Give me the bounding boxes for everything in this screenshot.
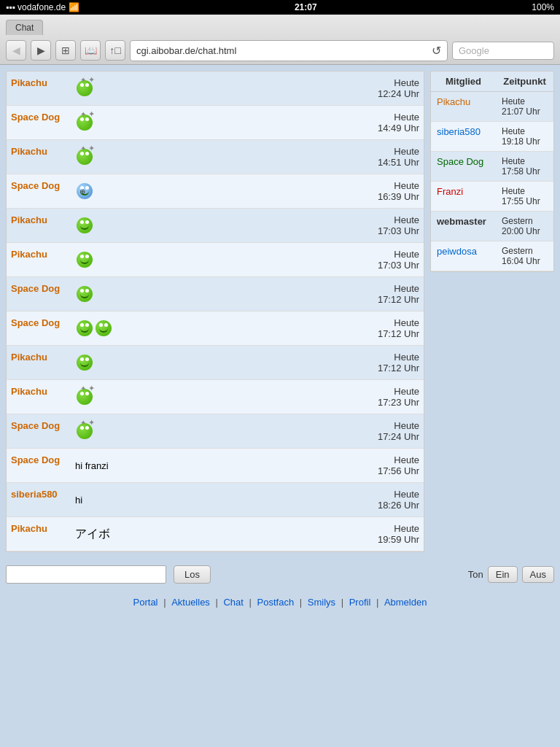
- member-link[interactable]: Pikachu: [437, 96, 470, 107]
- chat-row: Space DogHeute17:12 Uhr: [7, 277, 424, 311]
- ton-label: Ton: [468, 569, 483, 580]
- bookmarks-button[interactable]: 📖: [80, 40, 101, 61]
- chat-user-link[interactable]: Pikachu: [11, 352, 47, 363]
- chat-user-cell: Space Dog: [7, 106, 72, 140]
- member-link[interactable]: siberia580: [437, 126, 481, 137]
- chat-msg-cell: アイボ: [72, 517, 358, 551]
- chat-msg-cell: [72, 311, 358, 346]
- browser-tab[interactable]: Chat: [6, 20, 43, 35]
- members-name-cell: Pikachu: [431, 92, 496, 122]
- smiley-icon: [77, 320, 93, 336]
- smiley-icon: [77, 286, 93, 302]
- chat-user-link[interactable]: siberia580: [11, 489, 58, 500]
- tab-bar: Chat: [0, 15, 560, 36]
- footer-link-portal[interactable]: Portal: [133, 597, 158, 608]
- chat-row: PikachuHeute17:03 Uhr: [7, 209, 424, 243]
- content-area: Pikachu✦Heute12:24 UhrSpace Dog✦Heute14:…: [0, 65, 560, 558]
- footer-link-chat[interactable]: Chat: [223, 597, 243, 608]
- chat-user-link[interactable]: Space Dog: [11, 420, 60, 431]
- chat-user-link[interactable]: Space Dog: [11, 112, 60, 123]
- chat-msg-cell: [72, 277, 358, 311]
- chat-user-link[interactable]: Pikachu: [11, 214, 47, 225]
- chat-user-link[interactable]: Pikachu: [11, 146, 47, 157]
- ton-container: Ton Ein Aus: [468, 566, 554, 583]
- chat-row: PikachuHeute17:03 Uhr: [7, 243, 424, 277]
- chat-user-cell: Space Dog: [7, 174, 72, 209]
- chat-user-link[interactable]: Space Dog: [11, 283, 60, 294]
- smiley-icon: ✦: [77, 115, 93, 131]
- chat-time-cell: Heute17:12 Uhr: [358, 311, 424, 346]
- chat-user-link[interactable]: Pikachu: [11, 523, 47, 534]
- chat-user-cell: siberia580: [7, 483, 72, 517]
- chat-user-link[interactable]: Space Dog: [11, 180, 60, 191]
- chat-time-cell: Heute19:59 Uhr: [358, 517, 424, 551]
- footer-link-abmelden[interactable]: Abmelden: [384, 597, 427, 608]
- chat-msg-cell: [72, 209, 358, 243]
- members-time-cell: Heute19:18 Uhr: [496, 122, 553, 152]
- url-bar[interactable]: cgi.aibobar.de/chat.html ↺: [130, 40, 448, 61]
- ton-ein-button[interactable]: Ein: [488, 566, 518, 583]
- chat-time-cell: Heute17:12 Uhr: [358, 277, 424, 311]
- chat-user-cell: Pikachu: [7, 140, 72, 174]
- members-header-row: Mitglied Zeitpunkt: [431, 71, 553, 92]
- member-link[interactable]: peiwdosa: [437, 246, 477, 257]
- status-left: ▪▪▪ vodafone.de 📶: [6, 2, 79, 12]
- members-header-name: Mitglied: [431, 71, 496, 92]
- chat-message-text: アイボ: [75, 527, 110, 540]
- footer-link-profil[interactable]: Profil: [349, 597, 371, 608]
- status-right: 100%: [532, 2, 554, 12]
- footer-link-postfach[interactable]: Postfach: [257, 597, 295, 608]
- chat-msg-cell: ✦: [72, 414, 358, 449]
- share-button[interactable]: ↑□: [105, 40, 125, 61]
- footer-link-aktuelles[interactable]: Aktuelles: [171, 597, 210, 608]
- back-button[interactable]: ◀: [6, 40, 26, 61]
- member-link[interactable]: Franzi: [437, 186, 463, 197]
- chat-time-cell: Heute18:26 Uhr: [358, 483, 424, 517]
- footer-separator: |: [338, 597, 346, 608]
- chat-user-link[interactable]: Space Dog: [11, 317, 60, 328]
- smiley-icon: [77, 355, 93, 371]
- chat-input[interactable]: [6, 565, 166, 584]
- members-row: Space DogHeute17:58 Uhr: [431, 152, 553, 182]
- members-row: peiwdosaGestern16:04 Uhr: [431, 241, 553, 271]
- members-time-cell: Gestern16:04 Uhr: [496, 241, 553, 271]
- footer-link-smilys[interactable]: Smilys: [308, 597, 335, 608]
- chat-user-link[interactable]: Pikachu: [11, 386, 47, 397]
- chat-row: siberia580hiHeute18:26 Uhr: [7, 483, 424, 517]
- members-name-cell: peiwdosa: [431, 241, 496, 271]
- member-link[interactable]: webmaster: [437, 216, 486, 227]
- members-name-cell: Franzi: [431, 182, 496, 212]
- smiley-icon: ⊕: [77, 183, 93, 199]
- battery-icon: 100%: [532, 2, 554, 12]
- chat-time-cell: Heute17:23 Uhr: [358, 380, 424, 414]
- chat-time-cell: Heute14:51 Uhr: [358, 140, 424, 174]
- chat-msg-cell: ✦: [72, 106, 358, 140]
- chat-user-link[interactable]: Space Dog: [11, 454, 60, 465]
- smiley-icon: ✦: [77, 423, 93, 439]
- footer-separator: |: [246, 597, 254, 608]
- members-name-cell: siberia580: [431, 122, 496, 152]
- forward-button[interactable]: ▶: [31, 40, 51, 61]
- members-container: Mitglied Zeitpunkt PikachuHeute21:07 Uhr…: [430, 71, 554, 272]
- chat-user-cell: Pikachu: [7, 346, 72, 380]
- members-name-cell: Space Dog: [431, 152, 496, 182]
- pages-button[interactable]: ⊞: [55, 40, 76, 61]
- members-time-cell: Heute17:58 Uhr: [496, 152, 553, 182]
- smiley-icon: ✦: [77, 389, 93, 405]
- smiley-icon: [96, 320, 112, 336]
- chat-user-cell: Pikachu: [7, 243, 72, 277]
- search-bar[interactable]: Google: [452, 42, 554, 60]
- chat-user-link[interactable]: Pikachu: [11, 249, 47, 260]
- refresh-button[interactable]: ↺: [432, 44, 441, 58]
- chat-user-link[interactable]: Pikachu: [11, 77, 47, 88]
- chat-time-cell: Heute17:03 Uhr: [358, 209, 424, 243]
- footer-nav: Portal | Aktuelles | Chat | Postfach | S…: [0, 591, 560, 614]
- los-button[interactable]: Los: [174, 565, 211, 584]
- chat-msg-cell: ✦: [72, 380, 358, 414]
- status-bar: ▪▪▪ vodafone.de 📶 21:07 100%: [0, 0, 560, 15]
- chat-msg-cell: [72, 346, 358, 380]
- chat-msg-cell: hi franzi: [72, 449, 358, 483]
- ton-aus-button[interactable]: Aus: [522, 566, 554, 583]
- chat-time-cell: Heute17:12 Uhr: [358, 346, 424, 380]
- member-link[interactable]: Space Dog: [437, 156, 483, 167]
